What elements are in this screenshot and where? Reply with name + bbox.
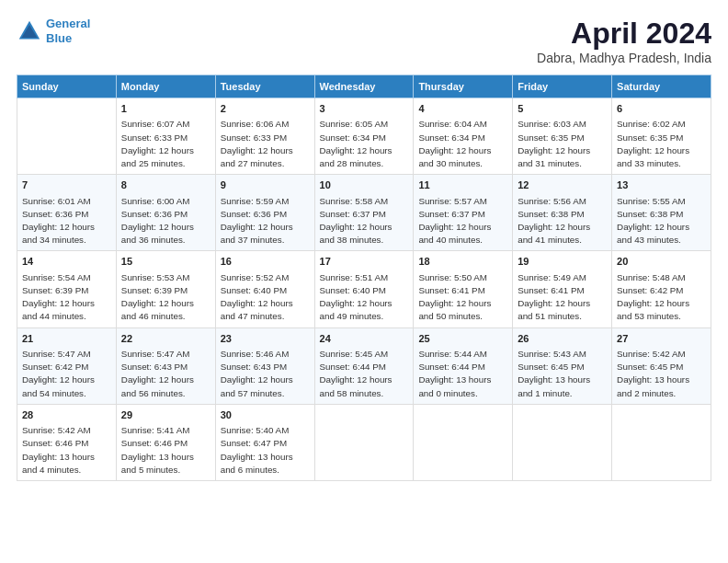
calendar-row: 1Sunrise: 6:07 AM Sunset: 6:33 PM Daylig…	[17, 98, 711, 175]
cell-content: Sunrise: 5:54 AM Sunset: 6:39 PM Dayligh…	[22, 271, 111, 324]
calendar-cell: 16Sunrise: 5:52 AM Sunset: 6:40 PM Dayli…	[215, 251, 314, 327]
calendar-cell: 27Sunrise: 5:42 AM Sunset: 6:45 PM Dayli…	[612, 327, 711, 404]
calendar-table: SundayMondayTuesdayWednesdayThursdayFrid…	[17, 75, 711, 481]
cell-content: Sunrise: 5:48 AM Sunset: 6:42 PM Dayligh…	[617, 271, 706, 324]
calendar-cell	[17, 98, 117, 175]
calendar-cell: 28Sunrise: 5:42 AM Sunset: 6:46 PM Dayli…	[17, 404, 117, 480]
calendar-cell: 5Sunrise: 6:03 AM Sunset: 6:35 PM Daylig…	[513, 98, 612, 175]
cell-content: Sunrise: 5:47 AM Sunset: 6:43 PM Dayligh…	[121, 348, 210, 400]
day-number: 21	[22, 332, 111, 346]
day-number: 29	[121, 408, 210, 422]
day-number: 9	[221, 178, 310, 192]
calendar-cell: 18Sunrise: 5:50 AM Sunset: 6:41 PM Dayli…	[414, 251, 513, 327]
cell-content: Sunrise: 5:55 AM Sunset: 6:38 PM Dayligh…	[617, 195, 706, 247]
day-number: 10	[320, 178, 409, 192]
cell-content: Sunrise: 5:41 AM Sunset: 6:46 PM Dayligh…	[121, 424, 210, 477]
cell-content: Sunrise: 5:57 AM Sunset: 6:37 PM Dayligh…	[418, 195, 507, 247]
cell-content: Sunrise: 6:04 AM Sunset: 6:34 PM Dayligh…	[418, 118, 507, 170]
calendar-cell: 29Sunrise: 5:41 AM Sunset: 6:46 PM Dayli…	[116, 404, 215, 480]
cell-content: Sunrise: 6:00 AM Sunset: 6:36 PM Dayligh…	[121, 195, 210, 247]
calendar-cell: 13Sunrise: 5:55 AM Sunset: 6:38 PM Dayli…	[612, 175, 711, 251]
calendar-cell: 19Sunrise: 5:49 AM Sunset: 6:41 PM Dayli…	[513, 251, 612, 327]
cell-content: Sunrise: 5:50 AM Sunset: 6:41 PM Dayligh…	[418, 271, 507, 324]
col-header-thursday: Thursday	[414, 75, 513, 98]
cell-content: Sunrise: 5:43 AM Sunset: 6:45 PM Dayligh…	[518, 348, 607, 400]
day-number: 3	[320, 102, 409, 116]
calendar-cell: 9Sunrise: 5:59 AM Sunset: 6:36 PM Daylig…	[215, 175, 314, 251]
main-title: April 2024	[537, 17, 711, 51]
cell-content: Sunrise: 5:52 AM Sunset: 6:40 PM Dayligh…	[221, 271, 310, 324]
calendar-cell	[513, 404, 612, 480]
calendar-cell: 1Sunrise: 6:07 AM Sunset: 6:33 PM Daylig…	[116, 98, 215, 175]
calendar-row: 28Sunrise: 5:42 AM Sunset: 6:46 PM Dayli…	[17, 404, 711, 480]
col-header-wednesday: Wednesday	[314, 75, 414, 98]
cell-content: Sunrise: 5:56 AM Sunset: 6:38 PM Dayligh…	[518, 195, 607, 247]
day-number: 20	[617, 255, 706, 269]
header: General Blue April 2024 Dabra, Madhya Pr…	[17, 17, 711, 65]
day-number: 23	[221, 332, 310, 346]
calendar-cell: 23Sunrise: 5:46 AM Sunset: 6:43 PM Dayli…	[215, 327, 314, 404]
day-number: 13	[617, 178, 706, 192]
header-row: SundayMondayTuesdayWednesdayThursdayFrid…	[17, 75, 711, 98]
calendar-cell: 10Sunrise: 5:58 AM Sunset: 6:37 PM Dayli…	[314, 175, 414, 251]
calendar-cell	[314, 404, 414, 480]
title-area: April 2024 Dabra, Madhya Pradesh, India	[537, 17, 711, 65]
calendar-cell	[414, 404, 513, 480]
day-number: 17	[320, 255, 409, 269]
calendar-cell: 26Sunrise: 5:43 AM Sunset: 6:45 PM Dayli…	[513, 327, 612, 404]
logo-line1: General	[46, 17, 90, 30]
col-header-friday: Friday	[513, 75, 612, 98]
cell-content: Sunrise: 6:06 AM Sunset: 6:33 PM Dayligh…	[221, 118, 310, 170]
calendar-cell: 20Sunrise: 5:48 AM Sunset: 6:42 PM Dayli…	[612, 251, 711, 327]
day-number: 1	[121, 102, 210, 116]
cell-content: Sunrise: 5:53 AM Sunset: 6:39 PM Dayligh…	[121, 271, 210, 324]
day-number: 14	[22, 255, 111, 269]
calendar-cell: 24Sunrise: 5:45 AM Sunset: 6:44 PM Dayli…	[314, 327, 414, 404]
col-header-tuesday: Tuesday	[215, 75, 314, 98]
cell-content: Sunrise: 5:59 AM Sunset: 6:36 PM Dayligh…	[221, 195, 310, 247]
calendar-cell: 7Sunrise: 6:01 AM Sunset: 6:36 PM Daylig…	[17, 175, 117, 251]
calendar-cell: 15Sunrise: 5:53 AM Sunset: 6:39 PM Dayli…	[116, 251, 215, 327]
day-number: 22	[121, 332, 210, 346]
day-number: 26	[518, 332, 607, 346]
cell-content: Sunrise: 5:46 AM Sunset: 6:43 PM Dayligh…	[221, 348, 310, 400]
calendar-cell	[612, 404, 711, 480]
day-number: 15	[121, 255, 210, 269]
day-number: 5	[518, 102, 607, 116]
cell-content: Sunrise: 6:05 AM Sunset: 6:34 PM Dayligh…	[320, 118, 409, 170]
cell-content: Sunrise: 5:42 AM Sunset: 6:45 PM Dayligh…	[617, 348, 706, 400]
cell-content: Sunrise: 5:42 AM Sunset: 6:46 PM Dayligh…	[22, 424, 111, 477]
day-number: 16	[221, 255, 310, 269]
calendar-cell: 14Sunrise: 5:54 AM Sunset: 6:39 PM Dayli…	[17, 251, 117, 327]
calendar-cell: 21Sunrise: 5:47 AM Sunset: 6:42 PM Dayli…	[17, 327, 117, 404]
col-header-saturday: Saturday	[612, 75, 711, 98]
calendar-cell: 4Sunrise: 6:04 AM Sunset: 6:34 PM Daylig…	[414, 98, 513, 175]
calendar-row: 7Sunrise: 6:01 AM Sunset: 6:36 PM Daylig…	[17, 175, 711, 251]
cell-content: Sunrise: 5:40 AM Sunset: 6:47 PM Dayligh…	[221, 424, 310, 477]
calendar-cell: 6Sunrise: 6:02 AM Sunset: 6:35 PM Daylig…	[612, 98, 711, 175]
day-number: 2	[221, 102, 310, 116]
calendar-cell: 22Sunrise: 5:47 AM Sunset: 6:43 PM Dayli…	[116, 327, 215, 404]
day-number: 19	[518, 255, 607, 269]
day-number: 6	[617, 102, 706, 116]
day-number: 28	[22, 408, 111, 422]
page: General Blue April 2024 Dabra, Madhya Pr…	[0, 0, 728, 563]
calendar-row: 14Sunrise: 5:54 AM Sunset: 6:39 PM Dayli…	[17, 251, 711, 327]
cell-content: Sunrise: 5:44 AM Sunset: 6:44 PM Dayligh…	[418, 348, 507, 400]
calendar-cell: 12Sunrise: 5:56 AM Sunset: 6:38 PM Dayli…	[513, 175, 612, 251]
cell-content: Sunrise: 6:02 AM Sunset: 6:35 PM Dayligh…	[617, 118, 706, 170]
cell-content: Sunrise: 5:49 AM Sunset: 6:41 PM Dayligh…	[518, 271, 607, 324]
cell-content: Sunrise: 5:51 AM Sunset: 6:40 PM Dayligh…	[320, 271, 409, 324]
col-header-sunday: Sunday	[17, 75, 117, 98]
day-number: 7	[22, 178, 111, 192]
day-number: 18	[418, 255, 507, 269]
calendar-row: 21Sunrise: 5:47 AM Sunset: 6:42 PM Dayli…	[17, 327, 711, 404]
cell-content: Sunrise: 6:07 AM Sunset: 6:33 PM Dayligh…	[121, 118, 210, 170]
logo-text: General Blue	[46, 17, 90, 45]
cell-content: Sunrise: 5:58 AM Sunset: 6:37 PM Dayligh…	[320, 195, 409, 247]
cell-content: Sunrise: 5:47 AM Sunset: 6:42 PM Dayligh…	[22, 348, 111, 400]
logo: General Blue	[17, 17, 90, 45]
calendar-cell: 25Sunrise: 5:44 AM Sunset: 6:44 PM Dayli…	[414, 327, 513, 404]
subtitle: Dabra, Madhya Pradesh, India	[537, 51, 711, 65]
calendar-cell: 11Sunrise: 5:57 AM Sunset: 6:37 PM Dayli…	[414, 175, 513, 251]
